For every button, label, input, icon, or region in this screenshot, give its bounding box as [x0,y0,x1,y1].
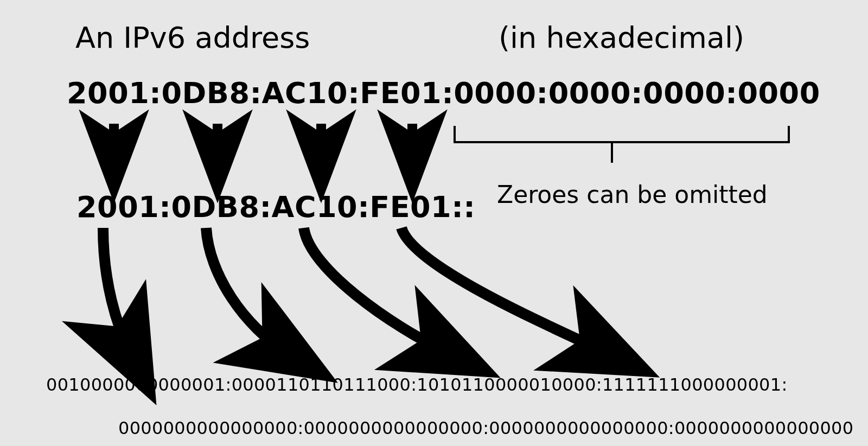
diagram-svg [0,0,868,446]
bracket-icon [455,126,789,163]
short-down-arrows-icon [114,124,412,156]
curved-arrows-icon [103,228,607,353]
